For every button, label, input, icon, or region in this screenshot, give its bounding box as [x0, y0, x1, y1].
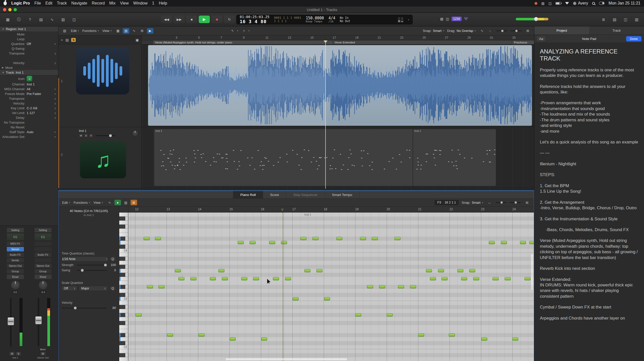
left-click-tool[interactable]: ↖▾ — [229, 28, 238, 34]
solo-mode-badge[interactable]: S — [71, 38, 76, 42]
piano-key-g-3[interactable] — [119, 265, 128, 269]
midi-note[interactable] — [501, 241, 507, 244]
menu-record[interactable]: Record — [92, 1, 105, 6]
track-header-2[interactable]: 2 Inst 1 M S R ♫ — [58, 127, 141, 188]
piano-key-d-2[interactable] — [119, 333, 128, 337]
editor-menu-functions[interactable]: Functions▾ — [73, 201, 90, 204]
midi-note[interactable] — [316, 269, 323, 272]
menu-edit[interactable]: Edit — [46, 1, 53, 6]
region-param-row[interactable]: Mute: — [0, 32, 58, 37]
midi-region-1[interactable]: Inst 1 — [154, 129, 413, 186]
midi-note[interactable] — [493, 277, 499, 280]
track-param-row[interactable]: Vel Limit:1 127▴▾ — [0, 111, 58, 115]
piano-key-a-1[interactable] — [119, 353, 128, 357]
midi-note[interactable] — [324, 297, 330, 300]
quantize-value-dropdown[interactable]: 1/16 Note ▴▾ — [62, 256, 108, 262]
menu-view[interactable]: View — [120, 1, 129, 6]
strip-automation-button[interactable]: Read — [7, 274, 24, 279]
battery-icon[interactable] — [555, 2, 561, 5]
audio-region[interactable] — [148, 45, 532, 126]
piano-key-g3[interactable] — [119, 269, 128, 273]
play-button[interactable]: ▶ — [199, 16, 210, 23]
smart-controls-icon[interactable]: ▦ — [4, 16, 12, 23]
strip-slot[interactable]: Serum — [7, 247, 24, 252]
duplicate-track-icon[interactable]: ▤ — [65, 38, 69, 42]
arrangement-marker[interactable]: Prechorus — [512, 40, 534, 44]
menu-1[interactable]: 1 — [152, 1, 154, 6]
track-name[interactable]: Inst 1 — [79, 129, 86, 133]
midi-note[interactable] — [230, 337, 236, 341]
midi-note[interactable] — [218, 269, 224, 272]
track-param-row[interactable]: Articulation Set:▾ — [0, 134, 58, 139]
vertical-zoom-slider[interactable] — [510, 30, 521, 31]
waveform-zoom-icon[interactable]: ∿ — [479, 28, 485, 34]
scissors-tool-icon[interactable]: ◫ — [70, 16, 78, 23]
midi-note[interactable] — [512, 337, 518, 341]
vertical-auto-zoom-icon[interactable]: ↕ — [487, 28, 493, 34]
strip-slot[interactable]: Group — [34, 269, 52, 274]
tab-score[interactable]: Score — [263, 191, 286, 198]
midi-note[interactable] — [379, 285, 385, 288]
stop-button[interactable]: ■ — [186, 16, 197, 23]
midi-note[interactable] — [426, 269, 432, 272]
bar-ruler[interactable]: 357911131517192123252729313335 — [142, 35, 534, 40]
midi-note[interactable] — [253, 277, 259, 280]
control-center-icon[interactable] — [599, 2, 605, 5]
midi-note[interactable] — [505, 277, 511, 280]
piano-key-g-2[interactable] — [119, 313, 128, 317]
track-param-row[interactable]: Channel:Inst 1 — [0, 82, 58, 87]
cycle-button[interactable]: ↻ — [224, 16, 235, 23]
track-header-1[interactable]: 1 — [58, 44, 141, 127]
track-header-config-icon[interactable]: ▣ — [136, 38, 139, 42]
piano-key-d-3[interactable] — [119, 285, 128, 289]
velocity-slider[interactable] — [62, 308, 107, 308]
catch-playhead-icon[interactable]: ↔ — [486, 200, 493, 205]
arrangement-marker-lane[interactable]: Verse (Muted Arpeggios synth, Hold out s… — [142, 40, 534, 44]
strip-setting-button[interactable]: Setting — [34, 228, 52, 233]
midi-note[interactable] — [178, 277, 184, 280]
piano-keyboard[interactable]: C4C3C2 — [119, 213, 128, 361]
midi-note[interactable] — [155, 237, 161, 240]
midi-note[interactable] — [398, 285, 404, 288]
pan-knob[interactable] — [11, 280, 20, 290]
record-enable-button[interactable]: R — [89, 134, 93, 137]
drag-panel-icon[interactable]: ▤ — [61, 28, 68, 34]
note-grid[interactable]: Inst 1 — [128, 213, 534, 361]
arrangement-marker[interactable]: Verse (Muted Arpeggios synth, Hold out s… — [153, 40, 333, 44]
piano-key-e3[interactable] — [119, 281, 128, 285]
strip-slot[interactable]: Stereo Out — [7, 263, 24, 268]
track-icon-row[interactable]: Icon: ♫ — [0, 75, 58, 82]
strip-eq-button[interactable]: EQ — [7, 233, 24, 241]
midi-note[interactable] — [410, 285, 416, 288]
piano-key-c2[interactable]: C2 — [119, 345, 128, 349]
midi-note[interactable] — [198, 333, 205, 337]
midi-note[interactable] — [441, 277, 448, 280]
notepad-tab-track[interactable]: Track — [589, 26, 644, 34]
midi-note[interactable] — [312, 237, 318, 240]
track-param-row[interactable]: No Reset: — [0, 125, 58, 130]
tuner-icon[interactable]: Ψ — [464, 16, 468, 21]
app-menu[interactable]: Logic Pro — [11, 1, 30, 6]
midi-note[interactable] — [285, 277, 291, 280]
browsers-icon[interactable]: ▥ — [633, 16, 640, 23]
notepad-tab-project[interactable]: Project — [534, 26, 589, 34]
midi-note[interactable] — [473, 277, 479, 280]
midi-note[interactable] — [269, 241, 275, 244]
piano-key-d3[interactable] — [119, 289, 128, 293]
inspector-toggle-icon[interactable]: ⓘ — [15, 16, 23, 23]
scale-root-dropdown[interactable]: Off ▴▾ — [62, 286, 77, 291]
midi-note[interactable] — [273, 277, 279, 280]
midi-note[interactable] — [489, 241, 495, 244]
automation-icon[interactable]: ∿ — [131, 28, 137, 34]
quantize-apply-button[interactable]: Q — [109, 256, 116, 262]
scale-type-dropdown[interactable]: Major ▴▾ — [79, 286, 108, 291]
zoom-button[interactable] — [14, 8, 17, 11]
piano-key-a-2[interactable] — [119, 305, 128, 309]
swing-slider[interactable] — [77, 270, 107, 271]
midi-note[interactable] — [336, 237, 342, 240]
strip-slot[interactable]: MIDI FX — [7, 241, 24, 246]
piano-key-a1[interactable] — [119, 357, 128, 361]
strip-setting-button[interactable]: Setting — [7, 228, 24, 233]
instrument-track-icon[interactable]: ♫ — [80, 141, 126, 178]
midi-note[interactable] — [147, 285, 153, 288]
